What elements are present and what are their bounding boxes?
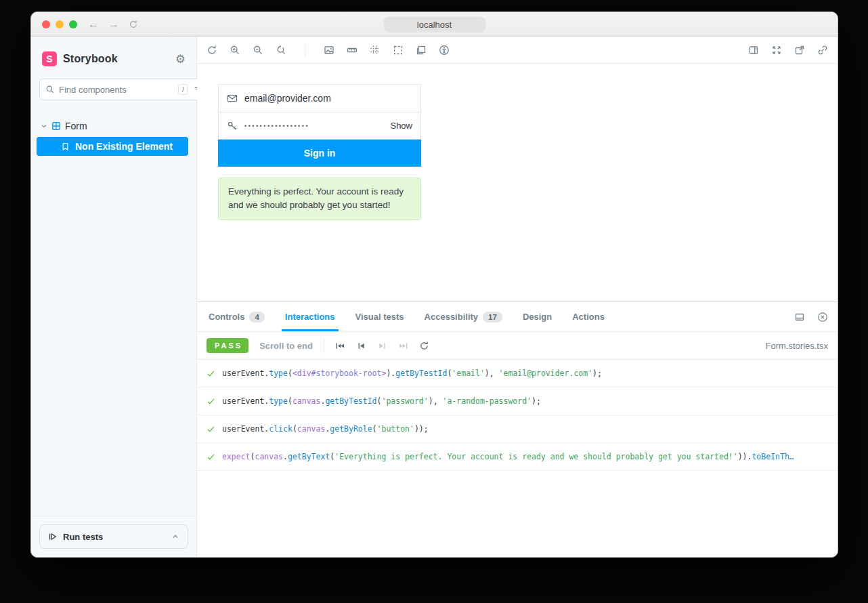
url-text: localhost (417, 19, 452, 29)
panel-tabs: Controls 4 Interactions Visual tests Acc… (197, 302, 838, 332)
bookmark-icon (61, 142, 70, 151)
browser-window: ← → localhost S Storybook ⚙ (30, 12, 838, 558)
scroll-to-end-button[interactable]: Scroll to end (259, 341, 313, 351)
gear-icon[interactable]: ⚙ (175, 54, 186, 65)
search-icon (45, 85, 55, 94)
email-input[interactable] (244, 93, 412, 104)
rerun-icon[interactable] (419, 341, 429, 351)
zoom-out-icon[interactable] (253, 45, 263, 56)
check-icon (207, 397, 215, 406)
run-tests-label: Run tests (63, 532, 103, 542)
panel-position-icon[interactable] (794, 312, 805, 323)
storybook-logo[interactable]: S (42, 51, 57, 66)
password-masked-value: ••••••••••••••••• (244, 123, 390, 129)
addon-panel: Controls 4 Interactions Visual tests Acc… (197, 302, 838, 557)
panel-layout-icon[interactable] (748, 45, 759, 56)
search-input[interactable] (59, 85, 178, 95)
back-arrow-icon[interactable]: ← (88, 18, 99, 30)
grid-icon[interactable] (370, 45, 381, 56)
open-new-tab-icon[interactable] (794, 45, 805, 56)
tab-label: Actions (572, 312, 605, 322)
sign-in-form: ••••••••••••••••• Show Sign in Everythin… (218, 84, 421, 220)
fullscreen-icon[interactable] (771, 45, 782, 56)
canvas-toolbar (197, 37, 838, 64)
outline-icon[interactable] (393, 45, 404, 56)
close-window-button[interactable] (42, 20, 50, 28)
measure-icon[interactable] (347, 45, 357, 56)
step-back-icon[interactable] (356, 341, 366, 351)
zoom-window-button[interactable] (69, 20, 77, 28)
show-password-button[interactable]: Show (390, 121, 412, 131)
interaction-code: userEvent.type(canvas.getByTestId('passw… (222, 396, 541, 406)
tree-story-label: Non Existing Element (75, 141, 173, 152)
tab-visual-tests[interactable]: Visual tests (345, 302, 414, 331)
interaction-row[interactable]: userEvent.type(canvas.getByTestId('passw… (197, 388, 838, 415)
success-alert: Everything is perfect. Your account is r… (218, 178, 421, 220)
tab-controls[interactable]: Controls 4 (198, 302, 275, 331)
sign-in-button[interactable]: Sign in (218, 140, 421, 167)
interaction-code: userEvent.click(canvas.getByRole('button… (222, 424, 429, 434)
story-file-name: Form.stories.tsx (766, 341, 828, 351)
accessibility-icon[interactable] (439, 45, 450, 56)
key-icon (227, 121, 238, 131)
interaction-code: userEvent.type(<div#storybook-root>).get… (222, 369, 602, 378)
step-forward-icon[interactable] (377, 341, 387, 351)
backgrounds-icon[interactable] (324, 45, 334, 56)
check-icon (207, 369, 215, 378)
jump-to-start-icon[interactable] (335, 341, 345, 351)
brand-title[interactable]: Storybook (63, 53, 118, 65)
toolbar-divider (324, 338, 324, 353)
tab-actions[interactable]: Actions (562, 302, 615, 331)
tab-accessibility[interactable]: Accessibility 17 (414, 302, 513, 331)
envelope-icon (227, 93, 238, 104)
address-bar[interactable]: localhost (384, 16, 485, 32)
email-field[interactable] (219, 85, 420, 112)
copy-link-icon[interactable] (817, 45, 828, 56)
component-tree: Form Non Existing Element (31, 117, 196, 156)
controls-count-badge: 4 (249, 312, 264, 323)
story-preview: ••••••••••••••••• Show Sign in Everythin… (197, 64, 838, 302)
search-box[interactable]: / (39, 79, 209, 100)
traffic-lights (42, 20, 77, 28)
close-panel-icon[interactable] (817, 312, 828, 323)
tab-design[interactable]: Design (513, 302, 562, 331)
forward-arrow-icon[interactable]: → (108, 18, 119, 30)
browser-nav: ← → (88, 18, 138, 30)
tab-label: Controls (209, 312, 244, 322)
tree-story-non-existing-element[interactable]: Non Existing Element (37, 137, 188, 156)
minimize-window-button[interactable] (56, 20, 64, 28)
viewports-icon[interactable] (416, 45, 427, 56)
interaction-row[interactable]: expect(canvas.getByText('Everything is p… (197, 443, 838, 471)
zoom-reset-icon[interactable] (276, 45, 286, 56)
jump-to-end-icon[interactable] (398, 341, 408, 351)
reload-icon[interactable] (129, 20, 138, 29)
accessibility-count-badge: 17 (483, 312, 502, 323)
tab-label: Design (523, 312, 552, 322)
interactions-toolbar: PASS Scroll to end (197, 332, 838, 360)
tab-label: Visual tests (355, 312, 404, 322)
run-tests-button[interactable]: Run tests (39, 524, 188, 549)
toolbar-divider (305, 43, 305, 57)
interactions-list: userEvent.type(<div#storybook-root>).get… (197, 360, 838, 557)
browser-titlebar: ← → localhost (31, 12, 838, 37)
tree-group-label: Form (65, 121, 87, 131)
tab-label: Interactions (285, 312, 335, 322)
interaction-row[interactable]: userEvent.click(canvas.getByRole('button… (197, 415, 838, 443)
play-run-icon (48, 532, 58, 541)
interaction-code: expect(canvas.getByText('Everything is p… (222, 452, 794, 461)
chevron-up-icon[interactable] (171, 533, 179, 541)
component-grid-icon (51, 121, 61, 131)
zoom-in-icon[interactable] (230, 45, 240, 56)
chevron-down-icon (41, 123, 47, 129)
tree-group-form[interactable]: Form (31, 117, 196, 136)
tab-interactions[interactable]: Interactions (275, 302, 345, 331)
tab-label: Accessibility (425, 312, 479, 322)
shortcut-badge: / (178, 84, 188, 95)
storybook-sidebar: S Storybook ⚙ / + (31, 37, 197, 557)
pass-status-badge: PASS (207, 338, 248, 353)
interaction-row[interactable]: userEvent.type(<div#storybook-root>).get… (197, 360, 838, 388)
password-field[interactable]: ••••••••••••••••• Show (219, 112, 420, 139)
check-icon (207, 425, 215, 434)
remount-icon[interactable] (207, 45, 217, 56)
check-icon (207, 453, 215, 461)
